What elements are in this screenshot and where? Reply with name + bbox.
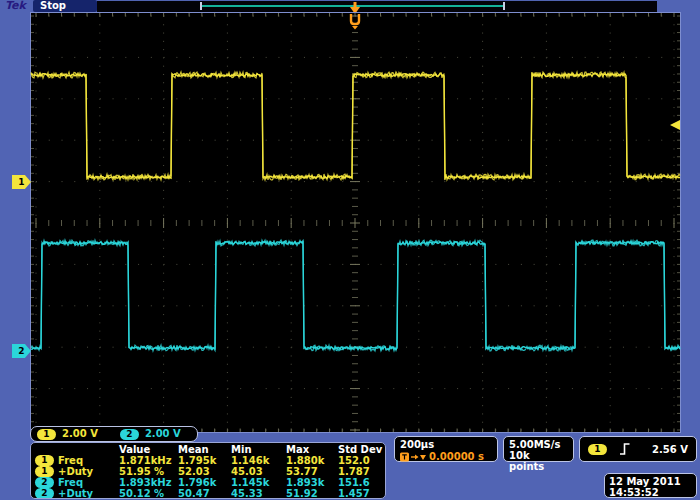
ch2-ground-marker[interactable]: 2 [12, 344, 31, 358]
measurement-stddev: 1.457 [338, 488, 385, 499]
measurement-mean: 52.03 [178, 466, 231, 477]
timebase-value: 200µs [400, 439, 492, 450]
measurement-min: 1.146k [231, 455, 286, 466]
horizontal-timebase-readout[interactable]: 200µs 0.00000 s [394, 436, 498, 462]
date-value: 12 May 2011 [609, 476, 692, 487]
ch1-trace [31, 74, 680, 179]
row-ch-badge: 1 [35, 466, 54, 477]
trigger-level-arrow-icon[interactable] [670, 120, 680, 130]
measurement-min: 45.03 [231, 466, 286, 477]
measurement-name: Freq [58, 455, 83, 466]
graticule-and-traces [30, 12, 681, 433]
channel-scale-bar: 1 2.00 V 2 2.00 V [30, 426, 198, 442]
measurement-max: 51.92 [286, 488, 338, 499]
col-max: Max [286, 444, 338, 455]
oscilloscope-ui: Tek Stop 1 2 1 2.00 V 2 2 [0, 0, 700, 500]
measurement-stddev: 151.6 [338, 477, 385, 488]
measurement-name: +Duty [58, 466, 93, 477]
acquisition-status-button[interactable]: Stop [33, 0, 97, 12]
trigger-readout[interactable]: 1 2.56 V [579, 436, 697, 462]
measurement-name: +Duty [58, 488, 93, 499]
measurement-mean: 1.795k [178, 455, 231, 466]
sample-rate-value: 5.00MS/s [509, 439, 568, 450]
ch1-scale-readout[interactable]: 1 2.00 V [37, 427, 98, 441]
row-ch-badge: 2 [35, 477, 54, 488]
trigger-position-readout: 0.00000 s [400, 451, 492, 462]
measurement-row-ch2-freq[interactable]: 2 Freq 1.893kHz 1.796k 1.145k 1.893k 151… [35, 477, 385, 488]
measurements-panel: Value Mean Min Max Std Dev 1 Freq 1.871k… [30, 442, 386, 499]
ch2-badge: 2 [120, 429, 139, 440]
measurement-value: 1.871kHz [119, 455, 178, 466]
ch1-scale-value: 2.00 V [62, 427, 98, 441]
measurement-value: 50.12 % [119, 488, 178, 499]
trigger-position-icon [400, 452, 426, 462]
col-stddev: Std Dev [338, 444, 385, 455]
rising-edge-slope-icon [619, 442, 631, 456]
col-value: Value [119, 444, 178, 455]
measurement-mean: 50.47 [178, 488, 231, 499]
measurement-row-ch1-duty[interactable]: 1 +Duty 51.95 % 52.03 45.03 53.77 1.787 [35, 466, 385, 477]
measurement-value: 1.893kHz [119, 477, 178, 488]
ch1-badge: 1 [37, 429, 56, 440]
trigger-source-badge: 1 [588, 444, 607, 455]
row-ch-badge: 1 [35, 455, 54, 466]
measurement-row-ch2-duty[interactable]: 2 +Duty 50.12 % 50.47 45.33 1.457 51.92 [35, 488, 385, 499]
measurement-stddev: 152.0 [338, 455, 385, 466]
row-ch-badge: 2 [35, 488, 54, 499]
measurement-row-ch1-freq[interactable]: 1 Freq 1.871kHz 1.795k 1.146k 1.880k 152… [35, 455, 385, 466]
measurement-max: 1.880k [286, 455, 338, 466]
measurements-header-row: Value Mean Min Max Std Dev [35, 444, 385, 455]
measurement-name: Freq [58, 477, 83, 488]
record-view-right-bracket [503, 2, 505, 10]
measurement-max: 53.77 [286, 466, 338, 477]
col-min: Min [231, 444, 286, 455]
record-view-left-bracket [200, 2, 202, 10]
datetime-readout: 12 May 2011 14:53:52 [604, 473, 697, 498]
tek-logo: Tek [5, 0, 26, 12]
measurement-min: 45.33 [231, 488, 286, 499]
col-mean: Mean [178, 444, 231, 455]
measurement-max: 1.893k [286, 477, 338, 488]
time-value: 14:53:52 [609, 487, 692, 498]
ch1-ground-marker[interactable]: 1 [12, 175, 31, 189]
ch2-trace [31, 242, 680, 350]
measurement-min: 1.145k [231, 477, 286, 488]
top-status-bar: Tek Stop [0, 0, 700, 12]
record-view-strip [97, 1, 657, 12]
record-length-value: 10k points [509, 450, 568, 472]
measurement-value: 51.95 % [119, 466, 178, 477]
trigger-level-value: 2.56 V [652, 444, 688, 455]
ch1-trace [31, 72, 680, 180]
trigger-position-value: 0.00000 s [429, 451, 484, 462]
ch2-scale-readout[interactable]: 2 2.00 V [120, 427, 181, 441]
ch2-scale-value: 2.00 V [145, 427, 181, 441]
measurement-stddev: 1.787 [338, 466, 385, 477]
measurement-mean: 1.796k [178, 477, 231, 488]
acquisition-readout[interactable]: 5.00MS/s 10k points [503, 436, 574, 462]
expansion-point-icon [347, 13, 363, 30]
